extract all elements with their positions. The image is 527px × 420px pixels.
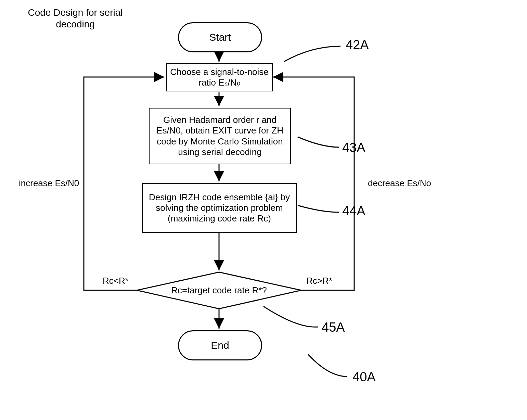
leader-44a (298, 205, 339, 212)
leader-40a (308, 354, 347, 377)
label-increase: increase Es/N0 (19, 178, 79, 189)
leader-42a (284, 46, 340, 62)
label-decrease: decrease Es/No (368, 178, 431, 189)
ref-45a: 45A (322, 320, 345, 335)
ref-44a: 44A (342, 204, 365, 218)
label-rc-gt: Rc>R* (306, 276, 332, 286)
box-44a: Design IRZH code ensemble {ai} by solvin… (142, 183, 297, 233)
box-43a: Given Hadamard order r and Es/N0, obtain… (149, 108, 291, 164)
end-terminator: End (178, 330, 262, 360)
diagram-title: Code Design for serial decoding (19, 7, 132, 30)
decision-text: Rc=target code rate R*? (161, 285, 277, 296)
leader-45a (264, 306, 318, 327)
start-terminator: Start (178, 22, 262, 52)
leader-43a (298, 137, 339, 147)
ref-43a: 43A (342, 140, 365, 155)
ref-40a: 40A (352, 370, 376, 384)
ref-42a: 42A (346, 38, 369, 52)
label-rc-lt: Rc<R* (103, 276, 129, 286)
box-42a: Choose a signal-to-noise ratio Eₛ/N₀ (166, 63, 273, 91)
